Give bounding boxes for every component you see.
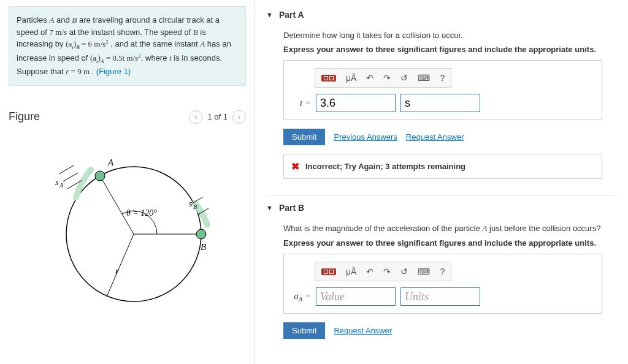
svg-line-1 — [100, 176, 134, 234]
part-a-value-input[interactable] — [316, 94, 396, 112]
part-b-unit-input[interactable]: Units — [400, 287, 480, 306]
help-icon[interactable]: ? — [436, 265, 448, 278]
figure-link[interactable]: (Figure 1) — [96, 67, 131, 76]
part-a-answer-box: μÅ ↶ ↷ ↺ ⌨ ? t = — [283, 60, 602, 120]
svg-line-8 — [63, 173, 78, 181]
template-tool[interactable] — [318, 73, 340, 83]
caret-down-icon: ▼ — [266, 11, 273, 18]
label-sB: s — [189, 199, 193, 208]
svg-point-4 — [95, 171, 105, 181]
part-a-unit-input[interactable] — [400, 94, 480, 112]
greek-tool[interactable]: μÅ — [342, 265, 360, 278]
incorrect-icon: ✖ — [291, 161, 299, 172]
part-a-instruction: Express your answer to three significant… — [283, 45, 617, 54]
reset-icon[interactable]: ↺ — [397, 265, 412, 278]
request-answer-link[interactable]: Request Answer — [406, 132, 464, 142]
pager-prev[interactable]: ‹ — [189, 110, 202, 124]
divider — [266, 195, 617, 195]
answer-toolbar: μÅ ↶ ↷ ↺ ⌨ ? — [315, 68, 451, 88]
keyboard-icon[interactable]: ⌨ — [414, 71, 434, 85]
answer-toolbar-b: μÅ ↶ ↷ ↺ ⌨ ? — [315, 262, 451, 281]
part-b-var: aA = — [291, 291, 311, 303]
problem-statement: Particles A and B are traveling around a… — [9, 6, 246, 86]
svg-line-3 — [107, 234, 134, 297]
part-a-var: t = — [291, 98, 311, 108]
part-b-instruction: Express your answer to three significant… — [283, 238, 617, 248]
part-a-title: Part A — [279, 10, 304, 20]
svg-text:A: A — [59, 182, 64, 189]
part-b-header[interactable]: ▼ Part B — [266, 199, 617, 216]
label-A: A — [107, 157, 114, 167]
part-a-header[interactable]: ▼ Part A — [266, 6, 617, 23]
label-r: r — [115, 266, 119, 276]
undo-icon[interactable]: ↶ — [362, 265, 377, 278]
label-theta: θ = 120° — [126, 208, 157, 218]
part-b-value-input[interactable]: Value — [316, 287, 396, 306]
part-a-prompt: Determine how long it takes for a collis… — [283, 31, 617, 40]
figure-diagram: A B s A s B θ = 120° r — [9, 131, 246, 320]
redo-icon[interactable]: ↷ — [380, 71, 394, 85]
svg-point-5 — [196, 229, 206, 239]
svg-text:B: B — [193, 203, 197, 210]
keyboard-icon[interactable]: ⌨ — [414, 265, 434, 278]
greek-tool[interactable]: μÅ — [342, 71, 360, 85]
help-icon[interactable]: ? — [436, 71, 448, 85]
figure-pager: ‹ 1 of 1 › — [189, 110, 246, 124]
part-b-prompt: What is the magnitude of the acceleratio… — [283, 224, 617, 233]
part-b-title: Part B — [279, 203, 304, 213]
label-sA: s — [55, 178, 59, 187]
svg-line-6 — [59, 165, 74, 174]
undo-icon[interactable]: ↶ — [362, 71, 377, 85]
reset-icon[interactable]: ↺ — [397, 71, 412, 85]
part-a-feedback: ✖ Incorrect; Try Again; 3 attempts remai… — [283, 154, 602, 179]
request-answer-link-b[interactable]: Request Answer — [334, 326, 392, 335]
caret-down-icon: ▼ — [266, 204, 273, 211]
part-b-answer-box: μÅ ↶ ↷ ↺ ⌨ ? aA = Value Units — [283, 254, 602, 314]
pager-text: 1 of 1 — [207, 112, 228, 121]
previous-answers-link[interactable]: Previous Answers — [334, 132, 397, 142]
part-b-submit-button[interactable]: Submit — [283, 322, 325, 339]
label-B: B — [201, 242, 206, 252]
figure-title: Figure — [9, 110, 40, 123]
part-a-submit-button[interactable]: Submit — [283, 129, 325, 145]
feedback-text: Incorrect; Try Again; 3 attempts remaini… — [305, 162, 465, 171]
pager-next[interactable]: › — [232, 110, 246, 124]
redo-icon[interactable]: ↷ — [380, 265, 394, 278]
template-tool[interactable] — [318, 267, 340, 277]
